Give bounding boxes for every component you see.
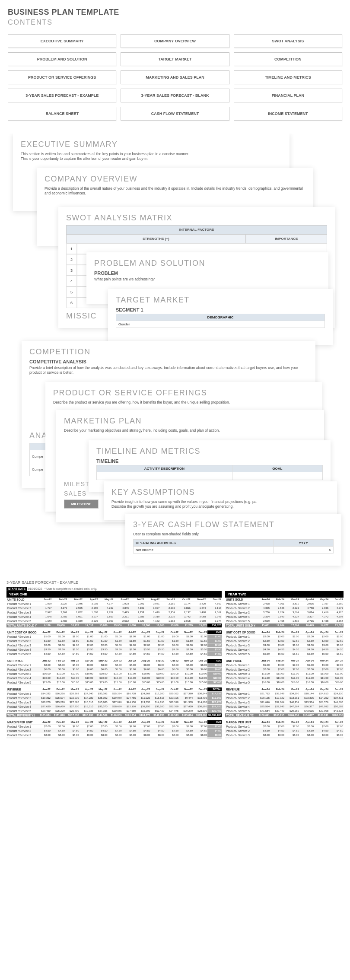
swot-row-num: 6 xyxy=(66,297,77,308)
demographic-cell[interactable]: Gender xyxy=(116,321,325,328)
card-sub: SEGMENT 1 xyxy=(116,307,325,312)
data-row: Product / Service 52,5992,4651,8302,7261… xyxy=(225,619,344,624)
data-row: Product / Service 32,9972,7621,8521,5082… xyxy=(6,611,222,615)
data-row: Product / Service 3$41,646$39,864$40,359… xyxy=(225,700,344,705)
swot-row-num: 5 xyxy=(66,286,77,297)
netincome-label: Net Income xyxy=(134,547,274,554)
data-row: Product / Service 2$6.00$6.00$6.00$6.00$… xyxy=(6,668,222,672)
nav-button[interactable]: EXECUTIVE SUMMARY xyxy=(8,34,116,48)
data-row: Product / Service 2$4.50$4.50$4.50$4.50$… xyxy=(225,729,344,733)
data-row: Product / Service 5$41,584$39,440$29,280… xyxy=(225,709,344,713)
data-row: Product / Service 3$23,270$35,230$27,620… xyxy=(6,700,222,705)
contents-grid: EXECUTIVE SUMMARYCOMPANY OVERVIEWSWOT AN… xyxy=(0,30,350,134)
nav-button[interactable]: SWOT ANALYSIS xyxy=(234,34,342,48)
data-row: Product / Service 4$11.00$11.00$11.00$11… xyxy=(225,676,344,681)
operating-header: OPERATING ACTIVITIES xyxy=(134,540,274,547)
cashflow-table: OPERATING ACTIVITIES YYYY Net Income $ xyxy=(133,539,334,554)
card-title: PRODUCT OR SERVICE OFFERINGS xyxy=(53,388,314,398)
data-row: Product / Service 51,6801,7801,3292,3292… xyxy=(6,619,222,624)
data-row: Product / Service 24,3052,8462,6234,7582… xyxy=(225,606,344,611)
start-date-label: START DATE xyxy=(6,587,27,591)
data-row: Product / Service 1$14,232$16,216$20,368… xyxy=(6,692,222,696)
timeline-table: ACTIVITY DESCRIPTION GOAL xyxy=(96,465,323,480)
card-desc: Describe the product or service you are … xyxy=(53,400,314,405)
data-row: Product / Service 42,3242,5404,3243,3074… xyxy=(225,615,344,619)
spreadsheet-title: 3-YEAR SALES FORECAST - EXAMPLE xyxy=(2,579,348,586)
timeline-cell[interactable] xyxy=(97,472,232,480)
card-sub: TIMELINE xyxy=(96,458,323,464)
data-row: Product / Service 1$7.00$7.00$7.00$7.00$… xyxy=(6,725,222,729)
data-row: Product / Service 5$15.00$15.00$15.00$15… xyxy=(6,681,222,685)
spreadsheet-area: 3-YEAR SALES FORECAST - EXAMPLE START DA… xyxy=(0,574,350,738)
swot-strengths: STRENGTHS (+) xyxy=(66,234,246,243)
data-row: Product / Service 3$8.00$8.00$8.00$8.00$… xyxy=(6,733,222,738)
netincome-value[interactable]: $ xyxy=(274,547,334,554)
data-row: Product / Service 1$9.00$9.00$9.00$9.00$… xyxy=(225,663,344,668)
data-row: Product / Service 41,6452,7821,6013,3371… xyxy=(6,615,222,619)
data-row: Product / Service 1$8.00$8.00$8.00$8.00$… xyxy=(6,663,222,668)
demographic-table: DEMOGRAPHIC Gender xyxy=(116,314,325,328)
nav-button[interactable]: BALANCE SHEET xyxy=(8,107,116,121)
card-desc: Describe your marketing objectives and s… xyxy=(64,428,316,433)
card-title: KEY ASSUMPTIONS xyxy=(111,488,329,497)
data-row: Product / Service 5$4.50$4.50$4.50$4.50$… xyxy=(6,652,222,656)
data-row: Product / Service 4$3.50$3.50$3.50$3.50$… xyxy=(6,648,222,652)
data-row: Product / Service 5$29,450$25,200$26,700… xyxy=(6,709,222,713)
card-sub: COMPETITIVE ANALYSIS xyxy=(29,359,308,364)
start-date: 01/01/2022 xyxy=(28,587,42,590)
data-row: Product / Service 4$10.00$10.00$10.00$10… xyxy=(6,676,222,681)
data-row: Product / Service 4$27,620$16,450$27,820… xyxy=(6,705,222,709)
total-row: TOTAL REVENUE Y2$160,691$163,715$169,854… xyxy=(225,713,344,718)
nav-button[interactable]: MARKETING AND SALES PLAN xyxy=(121,70,229,84)
nav-button[interactable]: 3-YEAR SALES FORECAST - EXAMPLE xyxy=(8,89,116,102)
data-row: Product / Service 4$25,564$27,940$47,564… xyxy=(225,705,344,709)
swot-row-num: 1 xyxy=(66,243,77,254)
card-title: EXECUTIVE SUMMARY xyxy=(21,140,282,149)
page-title: BUSINESS PLAN TEMPLATE xyxy=(8,8,342,17)
card-sub: PROBLEM xyxy=(94,270,321,276)
nav-button[interactable]: 3-YEAR SALES FORECAST - BLANK xyxy=(121,89,229,102)
timeline-cell[interactable] xyxy=(232,472,322,480)
card-title: PROBLEM AND SOLUTION xyxy=(94,259,321,268)
data-row: Product / Service 5$16.00$16.00$16.00$16… xyxy=(225,681,344,685)
data-row: Product / Service 5$5.50$5.50$5.50$5.50$… xyxy=(225,652,344,656)
data-row: Product / Service 4$4.50$4.50$4.50$4.50$… xyxy=(225,648,344,652)
data-row: Product / Service 33,7863,6243,6693,0342… xyxy=(225,611,344,615)
data-row: Product / Service 2$30,135$19,922$18,361… xyxy=(225,696,344,700)
nav-button[interactable]: INCOME STATEMENT xyxy=(234,107,342,121)
swot-row-num: 3 xyxy=(66,265,77,276)
card-title: TARGET MARKET xyxy=(116,296,325,305)
total-row: TOTAL UNITS SOLD Y215,60119,20417,86416,… xyxy=(225,624,344,628)
swot-row-num: 4 xyxy=(66,276,77,286)
nav-button[interactable]: FINANCIAL PLAN xyxy=(234,89,342,102)
data-row: Product / Service 4$6.50$6.50$6.50$6.50$… xyxy=(6,738,222,738)
data-row: Product / Service 2$4.50$4.50$4.50$4.50$… xyxy=(6,729,222,733)
data-row: Product / Service 3$8.00$8.00$8.00$8.00$… xyxy=(225,733,344,738)
nav-button[interactable]: CASH FLOW STATEMENT xyxy=(121,107,229,121)
total-row: TOTAL REVENUE Y1$105,934$171,890$117,538… xyxy=(6,713,222,718)
activity-header: ACTIVITY DESCRIPTION xyxy=(97,465,232,472)
swot-row-num: 2 xyxy=(66,254,77,265)
card-title: SWOT ANALYSIS MATRIX xyxy=(66,213,327,223)
card-title: COMPETITION xyxy=(29,347,308,356)
card-title: 3-YEAR CASH FLOW STATEMENT xyxy=(133,520,334,529)
nav-button[interactable]: PROBLEM AND SOLUTION xyxy=(8,52,116,66)
card-desc: Provide a brief description of how the a… xyxy=(29,366,308,375)
nav-button[interactable]: PRODUCT OR SERVICE OFFERINGS xyxy=(8,70,116,84)
data-row: Product / Service 1$21,762$36,549$34,290… xyxy=(225,692,344,696)
data-row: Product / Service 1$1.00$1.00$1.00$1.00$… xyxy=(6,635,222,639)
nav-button[interactable]: TIMELINE AND METRICS xyxy=(234,70,342,84)
data-row: Product / Service 2$7.00$7.00$7.00$7.00$… xyxy=(225,668,344,672)
total-row: TOTAL UNITS SOLD Y19,12913,63010,13712,5… xyxy=(6,624,222,628)
data-row: Product / Service 1$2.00$2.00$2.00$2.00$… xyxy=(225,635,344,639)
nav-button[interactable]: TARGET MARKET xyxy=(121,52,229,66)
contents-label: CONTENTS xyxy=(8,19,342,26)
data-row: Product / Service 3$3.00$3.00$3.00$3.00$… xyxy=(225,643,344,648)
year-one-column: YEAR ONEUNITS SOLDJan-22Feb-22Mar-22Apr-… xyxy=(6,591,222,738)
card-target: TARGET MARKET SEGMENT 1 DEMOGRAPHIC Gend… xyxy=(108,289,333,345)
card-title: TIMELINE AND METRICS xyxy=(96,447,323,456)
nav-button[interactable]: COMPETITION xyxy=(234,52,342,66)
nav-button[interactable]: COMPANY OVERVIEW xyxy=(121,34,229,48)
goal-header: GOAL xyxy=(232,465,322,472)
card-desc: User to complete non-shaded fields only. xyxy=(133,532,334,537)
